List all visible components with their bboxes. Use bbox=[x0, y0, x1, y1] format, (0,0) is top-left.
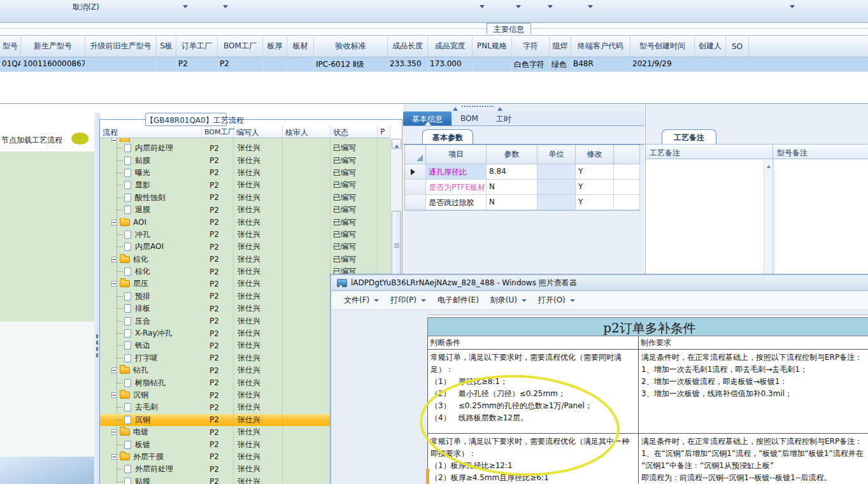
dropdown-arrow-icon[interactable] bbox=[480, 5, 485, 8]
table-cell[interactable] bbox=[726, 57, 749, 71]
tree-expander-icon[interactable] bbox=[111, 257, 117, 262]
tree-row[interactable]: AOIP2张仕兴已编写 bbox=[100, 216, 390, 228]
column-header[interactable]: PNL规格 bbox=[473, 36, 512, 57]
scroll-up-button[interactable] bbox=[392, 139, 401, 149]
tab-basic-info[interactable]: 基本信息 bbox=[403, 111, 452, 125]
tab-process-remarks[interactable]: 工艺备注 bbox=[662, 129, 716, 144]
grid-column-header[interactable]: 参数 bbox=[487, 145, 537, 164]
column-header[interactable]: 字符 bbox=[512, 36, 550, 57]
grid-column-header[interactable]: 单位 bbox=[537, 145, 576, 164]
table-cell[interactable] bbox=[473, 57, 512, 71]
grid-cell-param[interactable]: 8.84 bbox=[487, 164, 537, 180]
speech-bubble-icon[interactable] bbox=[71, 132, 89, 145]
grid-row-selector[interactable] bbox=[405, 164, 426, 180]
column-header[interactable]: 阻焊 bbox=[550, 36, 571, 57]
column-header[interactable]: 型号 bbox=[0, 36, 21, 57]
tree-expander-icon[interactable] bbox=[111, 392, 117, 398]
column-header[interactable]: SO bbox=[726, 36, 749, 57]
tree-column-header[interactable]: 编写人 bbox=[234, 126, 283, 138]
tree-row[interactable]: 内层前处理P2张仕兴已编写 bbox=[100, 142, 390, 154]
splitter-arrow-icon[interactable] bbox=[497, 107, 502, 111]
table-cell[interactable] bbox=[695, 57, 726, 71]
grid-cell-item[interactable]: 是否为PTFE板材 bbox=[426, 180, 487, 195]
grid-column-header[interactable]: 修改 bbox=[576, 145, 614, 164]
grid-cell-modify[interactable]: Y bbox=[576, 180, 614, 195]
column-header[interactable]: 板材 bbox=[287, 36, 314, 57]
tree-expander-icon[interactable] bbox=[111, 281, 117, 287]
table-cell[interactable]: P2 bbox=[176, 57, 218, 71]
tab-detail[interactable]: BOM bbox=[452, 111, 487, 125]
column-header[interactable]: BOM工厂 bbox=[218, 36, 263, 57]
remarks-scrollbar[interactable] bbox=[764, 159, 772, 274]
table-cell[interactable]: 白色字符 bbox=[512, 57, 550, 71]
grid-cell-item[interactable]: 通孔厚径比 bbox=[426, 164, 487, 180]
tab-detail[interactable]: 工时 bbox=[487, 111, 520, 125]
dropdown-arrow-icon[interactable] bbox=[588, 5, 593, 8]
left-panel-tree-area[interactable] bbox=[0, 151, 94, 322]
column-header[interactable]: 新生产型号 bbox=[21, 36, 85, 57]
dropdown-arrow-icon[interactable] bbox=[516, 5, 521, 8]
tree-column-header[interactable]: P bbox=[378, 126, 390, 138]
grid-cell-unit[interactable] bbox=[537, 195, 576, 210]
pv-menu-item[interactable]: 打印(P) bbox=[385, 292, 432, 308]
grid-row[interactable]: 通孔厚径比8.84Y bbox=[405, 164, 639, 180]
tree-row[interactable]: 冲孔P2张仕兴已编写 bbox=[100, 229, 390, 241]
grid-row[interactable]: 是否跳过除胶NY bbox=[405, 195, 639, 210]
grid-cell-unit[interactable] bbox=[537, 164, 576, 180]
menu-item-cancel[interactable]: 取消(Z) bbox=[69, 1, 103, 13]
grid-cell-param[interactable]: N bbox=[487, 180, 537, 195]
table-cell[interactable]: 绿色 bbox=[550, 57, 571, 71]
grid-cell-param[interactable]: N bbox=[487, 195, 537, 210]
table-cell[interactable]: P2 bbox=[218, 57, 263, 71]
grid-column-header[interactable]: 项目 bbox=[426, 145, 487, 164]
column-header[interactable]: S板 bbox=[157, 36, 176, 57]
photo-viewer-titlebar[interactable]: lADPDgtYuB36LRrNAejNAzw_828_488 - Window… bbox=[332, 276, 868, 291]
table-cell[interactable]: 2021/9/29 bbox=[630, 57, 695, 71]
model-remarks-textarea[interactable] bbox=[775, 159, 868, 274]
table-cell[interactable] bbox=[85, 57, 157, 71]
grid-cell-item[interactable]: 是否跳过除胶 bbox=[426, 195, 487, 210]
tree-row[interactable]: 显影P2张仕兴已编写 bbox=[100, 179, 390, 191]
column-header[interactable]: 验收标准 bbox=[314, 36, 388, 57]
tree-row[interactable]: 贴膜P2张仕兴已编写 bbox=[100, 154, 390, 166]
tree-expander-icon[interactable] bbox=[111, 367, 117, 373]
splitter-arrow-icon[interactable] bbox=[453, 107, 458, 111]
table-cell[interactable]: 10011600008677 bbox=[21, 57, 85, 71]
column-header[interactable]: 成品宽度 bbox=[428, 36, 473, 57]
tree-row[interactable]: 曝光P2张仕兴已编写 bbox=[100, 167, 390, 179]
table-cell[interactable]: B48R bbox=[571, 57, 630, 71]
table-cell[interactable] bbox=[157, 57, 176, 71]
tree-row[interactable]: 棕化P2张仕兴已编写 bbox=[100, 253, 390, 266]
tree-column-header[interactable]: 核审人 bbox=[283, 126, 331, 138]
tree-expander-icon[interactable] bbox=[111, 429, 117, 435]
tab-main-info[interactable]: 主要信息 bbox=[487, 23, 531, 34]
table-cell[interactable]: IPC-6012 Ⅱ级 bbox=[314, 57, 388, 71]
tree-expander-icon[interactable] bbox=[111, 454, 117, 460]
table-cell[interactable]: 173.000 bbox=[428, 57, 473, 71]
table-cell[interactable]: 233.350 bbox=[388, 57, 428, 71]
tree-column-header[interactable]: 状态 bbox=[331, 126, 378, 138]
column-header[interactable]: 成品长度 bbox=[388, 36, 428, 57]
table-cell[interactable]: 01QA0 bbox=[0, 57, 21, 71]
table-cell[interactable] bbox=[263, 57, 287, 71]
grid-row-selector[interactable] bbox=[405, 180, 426, 195]
tree-row[interactable]: 退膜P2张仕兴已编写 bbox=[100, 204, 390, 216]
tree-row[interactable]: 内层AOIP2张仕兴已编写 bbox=[100, 241, 390, 253]
tree-expander-icon[interactable] bbox=[111, 220, 117, 225]
column-header[interactable]: 型号创建时间 bbox=[630, 36, 695, 57]
grid-cell-modify[interactable]: Y bbox=[576, 164, 614, 180]
pv-menu-item[interactable]: 电子邮件(E) bbox=[432, 292, 485, 308]
grid-select-all[interactable] bbox=[405, 145, 426, 164]
pv-menu-item[interactable]: 打开(O) bbox=[532, 292, 581, 308]
scrollbar-thumb[interactable] bbox=[392, 211, 401, 281]
dropdown-arrow-icon[interactable] bbox=[548, 5, 553, 8]
tree-column-header[interactable]: BOM工厂 bbox=[202, 126, 234, 138]
table-cell[interactable] bbox=[287, 57, 314, 71]
column-header[interactable]: 升级前旧生产型号 bbox=[85, 36, 157, 57]
grid-row-selector[interactable] bbox=[405, 195, 426, 210]
process-remarks-textarea[interactable] bbox=[646, 159, 773, 274]
grid-cell-modify[interactable]: Y bbox=[576, 195, 614, 210]
dropdown-arrow-icon[interactable] bbox=[223, 5, 228, 8]
tree-column-header[interactable]: 流程 bbox=[100, 126, 202, 138]
horizontal-splitter[interactable] bbox=[462, 106, 494, 107]
